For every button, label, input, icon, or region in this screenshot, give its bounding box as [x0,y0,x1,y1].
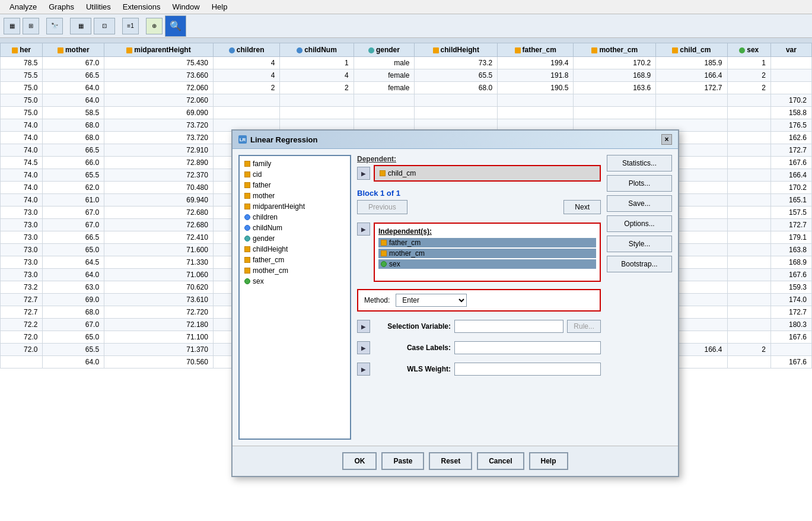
dep-var-icon [380,170,386,176]
menu-window[interactable]: Window [167,1,204,12]
var-icon-midparentheight [244,204,250,209]
indep-label-mother-cm: mother_cm [389,249,425,258]
col-header-childheight[interactable]: childHeight [415,43,498,57]
indep-item-mother-cm[interactable]: mother_cm [378,249,596,258]
toolbar-search-btn[interactable]: 🔍 [165,15,186,37]
ok-button[interactable]: OK [342,452,377,470]
toolbar-grid1-btn[interactable]: ▦ [4,18,20,34]
dialog-close-button[interactable]: × [661,134,672,145]
var-label-father: father [253,181,271,189]
var-label-childheight: childHeight [253,245,288,253]
toolbar-table2-btn[interactable]: ⊡ [94,18,115,34]
dialog-title-left: LR Linear Regression [238,135,317,144]
dialog-title-text: Linear Regression [250,135,317,144]
var-item-mother-cm[interactable]: mother_cm [242,265,348,276]
indep-icon-sex [381,261,387,267]
variable-list[interactable]: family cid father mother midparentHeight [238,155,351,440]
var-label-midparentheight: midparentHeight [253,202,305,211]
selection-var-arrow-btn[interactable]: ▶ [357,320,370,333]
case-labels-arrow-btn[interactable]: ▶ [357,341,370,354]
paste-button[interactable]: Paste [381,452,424,470]
col-header-childnum[interactable]: childNum [280,43,354,57]
var-item-father[interactable]: father [242,180,348,190]
wls-input[interactable] [454,363,601,376]
indep-item-sex[interactable]: sex [378,259,596,269]
col-header-mother-cm[interactable]: mother_cm [574,43,656,57]
table-row: 75.058.569.090158.8 [1,107,812,119]
dependent-box: child_cm [374,165,601,182]
var-icon-mother [244,193,250,199]
independents-label: Independent(s): [378,227,596,236]
bootstrap-button[interactable]: Bootstrap... [607,256,672,272]
toolbar-table1-btn[interactable]: ▦ [70,18,91,34]
var-icon-sex [244,278,250,284]
col-header-gender[interactable]: gender [354,43,415,57]
var-item-children[interactable]: children [242,212,348,223]
col-header-var[interactable]: var [770,43,811,57]
reset-button[interactable]: Reset [429,452,472,470]
case-labels-row: ▶ Case Labels: [357,341,601,354]
menu-analyze[interactable]: Analyze [5,1,42,12]
selection-var-label: Selection Variable: [374,322,451,331]
var-icon-father-cm [244,257,250,263]
help-button[interactable]: Help [529,452,568,470]
menu-extensions[interactable]: Extensions [118,1,165,12]
options-button[interactable]: Options... [607,215,672,232]
selection-var-input[interactable] [454,320,563,333]
toolbar-binoculars-btn[interactable]: 🔭 [46,18,63,34]
var-item-childheight[interactable]: childHeight [242,244,348,255]
col-header-mother[interactable]: mother [43,43,104,57]
var-label-gender: gender [253,234,275,243]
style-button[interactable]: Style... [607,236,672,252]
case-labels-input[interactable] [454,341,601,354]
col-header-children[interactable]: children [213,43,279,57]
col-header-child-cm[interactable]: child_cm [656,43,727,57]
indep-arrow-col: ▶ [357,223,370,236]
var-icon-gender [244,236,250,242]
var-icon-family [244,161,250,167]
toolbar-grid2-btn[interactable]: ⊞ [23,18,39,34]
independents-arrow-btn[interactable]: ▶ [357,223,370,236]
col-header-her[interactable]: her [1,43,43,57]
var-item-sex[interactable]: sex [242,276,348,287]
dialog-title-bar: LR Linear Regression × [233,131,678,149]
var-item-mother[interactable]: mother [242,190,348,201]
var-label-children: children [253,213,278,221]
var-item-gender[interactable]: gender [242,233,348,244]
plots-button[interactable]: Plots... [607,175,672,192]
menu-utilities[interactable]: Utilities [81,1,116,12]
var-label-mother: mother [253,192,275,200]
method-row: Method: Enter Stepwise Remove Backward F… [357,289,601,312]
statistics-button[interactable]: Statistics... [607,155,672,171]
col-header-father-cm[interactable]: father_cm [498,43,574,57]
col-header-midparent[interactable]: midparentHeight [104,43,214,57]
next-button[interactable]: Next [563,200,601,214]
dependent-arrow-btn[interactable]: ▶ [357,167,370,180]
var-item-cid[interactable]: cid [242,169,348,180]
dialog-icon: LR [238,135,247,144]
independents-box[interactable]: Independent(s): father_cm mother_cm [374,223,601,282]
previous-button[interactable]: Previous [357,200,407,214]
menu-help[interactable]: Help [207,1,233,12]
col-header-sex[interactable]: sex [727,43,770,57]
toolbar-scale-btn[interactable]: ≡1 [122,18,139,34]
var-item-childnum[interactable]: childNum [242,223,348,233]
dependent-box-inner: child_cm [380,169,416,177]
var-item-midparentheight[interactable]: midparentHeight [242,201,348,212]
menu-graphs[interactable]: Graphs [44,1,79,12]
rule-button[interactable]: Rule... [567,320,601,333]
menu-bar: Analyze Graphs Utilities Extensions Wind… [0,0,812,14]
var-label-father-cm: father_cm [253,256,284,264]
save-button[interactable]: Save... [607,195,672,212]
table-row: 75.064.072.060170.2 [1,94,812,107]
cancel-button[interactable]: Cancel [477,452,524,470]
toolbar-add-btn[interactable]: ⊕ [146,18,163,34]
toolbar: ▦ ⊞ 🔭 ▦ ⊡ ≡1 ⊕ 🔍 [0,14,812,38]
method-select[interactable]: Enter Stepwise Remove Backward Forward [396,294,467,307]
indep-item-father-cm[interactable]: father_cm [378,238,596,247]
wls-weight-row: ▶ WLS Weight: [357,363,601,376]
var-item-family[interactable]: family [242,158,348,169]
wls-arrow-btn[interactable]: ▶ [357,363,370,376]
indep-label-sex: sex [389,260,400,268]
var-item-father-cm[interactable]: father_cm [242,255,348,265]
